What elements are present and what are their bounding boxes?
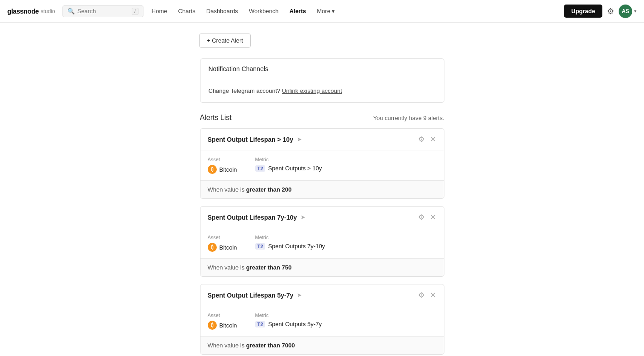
- alert-condition: When value is greater than 750: [200, 258, 444, 276]
- alert-delete-button[interactable]: ✕: [429, 290, 437, 300]
- nav-more-label: More: [317, 8, 330, 14]
- logo-studio: studio: [41, 8, 55, 14]
- alert-delete-button[interactable]: ✕: [429, 134, 437, 144]
- alert-title: Spent Output Lifespan 5y-7y: [208, 292, 294, 299]
- gear-icon[interactable]: ⚙: [607, 6, 614, 16]
- alert-card-body: Asset ₿ Bitcoin Metric T2 Spent Outputs …: [200, 228, 444, 258]
- asset-label: Asset: [208, 157, 237, 162]
- alerts-container: Spent Output Lifespan > 10y ➤ ⚙ ✕ Asset …: [200, 128, 444, 356]
- alert-settings-button[interactable]: ⚙: [417, 290, 425, 300]
- alert-actions: ⚙ ✕: [417, 212, 437, 222]
- metric-label: Metric: [255, 313, 322, 318]
- metric-label: Metric: [255, 235, 325, 240]
- upgrade-button[interactable]: Upgrade: [564, 5, 602, 18]
- t2-badge: T2: [255, 321, 266, 327]
- nav-dashboards[interactable]: Dashboards: [202, 5, 243, 17]
- bitcoin-icon: ₿: [208, 243, 217, 252]
- metric-label: Metric: [255, 157, 322, 162]
- alert-fields: Asset ₿ Bitcoin Metric T2 Spent Outputs …: [208, 157, 437, 174]
- notification-channels-body: Change Telegram account? Unlink existing…: [200, 79, 444, 102]
- send-icon: ➤: [301, 214, 305, 221]
- metric-field: Metric T2 Spent Outputs 5y-7y: [255, 313, 322, 330]
- alerts-list-header: Alerts List You currently have 9 alerts.: [200, 114, 444, 122]
- nav-alerts[interactable]: Alerts: [285, 5, 310, 17]
- asset-row: ₿ Bitcoin: [208, 243, 237, 252]
- metric-name: Spent Outputs 5y-7y: [268, 321, 322, 327]
- avatar[interactable]: AS: [619, 5, 632, 18]
- alert-settings-button[interactable]: ⚙: [417, 134, 425, 144]
- alert-card-header: Spent Output Lifespan 5y-7y ➤ ⚙ ✕: [200, 284, 444, 306]
- search-area[interactable]: 🔍 /: [62, 5, 143, 17]
- alerts-count: You currently have 9 alerts.: [373, 115, 444, 121]
- notification-channels-card: Notification Channels Change Telegram ac…: [200, 58, 444, 103]
- asset-field: Asset ₿ Bitcoin: [208, 313, 237, 330]
- metric-row: T2 Spent Outputs 7y-10y: [255, 243, 325, 250]
- alert-condition: When value is greater than 7000: [200, 336, 444, 354]
- alert-title-row: Spent Output Lifespan 7y-10y ➤: [208, 214, 306, 221]
- alert-delete-button[interactable]: ✕: [429, 212, 437, 222]
- asset-name: Bitcoin: [219, 166, 237, 173]
- avatar-dropdown-icon[interactable]: ▾: [634, 8, 637, 14]
- t2-badge: T2: [255, 165, 266, 172]
- alert-settings-button[interactable]: ⚙: [417, 212, 425, 222]
- search-input[interactable]: [77, 8, 127, 14]
- alerts-list-title: Alerts List: [200, 114, 232, 122]
- asset-row: ₿ Bitcoin: [208, 165, 237, 174]
- alert-actions: ⚙ ✕: [417, 134, 437, 144]
- alert-title: Spent Output Lifespan > 10y: [208, 136, 293, 143]
- logo: glassnode studio: [7, 7, 55, 15]
- condition-value: greater than 750: [246, 264, 291, 271]
- send-icon: ➤: [297, 292, 302, 298]
- metric-row: T2 Spent Outputs 5y-7y: [255, 321, 322, 327]
- main-content: + Create Alert Notification Channels Cha…: [0, 23, 644, 356]
- nav-workbench[interactable]: Workbench: [244, 5, 283, 17]
- metric-name: Spent Outputs > 10y: [268, 165, 322, 172]
- alert-fields: Asset ₿ Bitcoin Metric T2 Spent Outputs …: [208, 235, 437, 252]
- asset-row: ₿ Bitcoin: [208, 321, 237, 330]
- condition-value: greater than 7000: [246, 342, 295, 349]
- asset-field: Asset ₿ Bitcoin: [208, 235, 237, 252]
- alert-card-body: Asset ₿ Bitcoin Metric T2 Spent Outputs …: [200, 150, 444, 180]
- alert-fields: Asset ₿ Bitcoin Metric T2 Spent Outputs …: [208, 313, 437, 330]
- bitcoin-icon: ₿: [208, 165, 217, 174]
- metric-row: T2 Spent Outputs > 10y: [255, 165, 322, 172]
- create-alert-button[interactable]: + Create Alert: [199, 34, 251, 48]
- alert-card-header: Spent Output Lifespan > 10y ➤ ⚙ ✕: [200, 129, 444, 150]
- alert-title-row: Spent Output Lifespan > 10y ➤: [208, 136, 302, 143]
- alert-card-header: Spent Output Lifespan 7y-10y ➤ ⚙ ✕: [200, 207, 444, 228]
- alert-card: Spent Output Lifespan 5y-7y ➤ ⚙ ✕ Asset …: [200, 284, 444, 355]
- t2-badge: T2: [255, 243, 266, 250]
- navbar: glassnode studio 🔍 / Home Charts Dashboa…: [0, 0, 644, 23]
- nav-more[interactable]: More ▾: [312, 5, 339, 17]
- metric-field: Metric T2 Spent Outputs 7y-10y: [255, 235, 325, 252]
- alert-actions: ⚙ ✕: [417, 290, 437, 300]
- alert-title: Spent Output Lifespan 7y-10y: [208, 214, 297, 221]
- slash-badge: /: [132, 8, 138, 15]
- send-icon: ➤: [297, 136, 302, 143]
- condition-value: greater than 200: [246, 186, 291, 193]
- chevron-down-icon: ▾: [332, 8, 335, 14]
- asset-name: Bitcoin: [219, 322, 237, 329]
- nav-links: Home Charts Dashboards Workbench Alerts …: [147, 5, 339, 17]
- metric-name: Spent Outputs 7y-10y: [268, 243, 325, 250]
- alert-card: Spent Output Lifespan 7y-10y ➤ ⚙ ✕ Asset…: [200, 206, 444, 277]
- metric-field: Metric T2 Spent Outputs > 10y: [255, 157, 322, 174]
- nav-home[interactable]: Home: [147, 5, 172, 17]
- search-icon: 🔍: [67, 8, 75, 14]
- asset-name: Bitcoin: [219, 244, 237, 251]
- bitcoin-icon: ₿: [208, 321, 217, 330]
- alert-card: Spent Output Lifespan > 10y ➤ ⚙ ✕ Asset …: [200, 128, 444, 199]
- unlink-account-link[interactable]: Unlink existing account: [282, 87, 342, 94]
- asset-label: Asset: [208, 235, 237, 240]
- telegram-change-text: Change Telegram account?: [209, 87, 281, 94]
- alert-title-row: Spent Output Lifespan 5y-7y ➤: [208, 292, 302, 299]
- nav-charts[interactable]: Charts: [173, 5, 200, 17]
- alert-card-body: Asset ₿ Bitcoin Metric T2 Spent Outputs …: [200, 306, 444, 336]
- logo-text: glassnode: [7, 7, 39, 15]
- asset-label: Asset: [208, 313, 237, 318]
- asset-field: Asset ₿ Bitcoin: [208, 157, 237, 174]
- notification-channels-header: Notification Channels: [200, 59, 444, 79]
- alert-condition: When value is greater than 200: [200, 180, 444, 198]
